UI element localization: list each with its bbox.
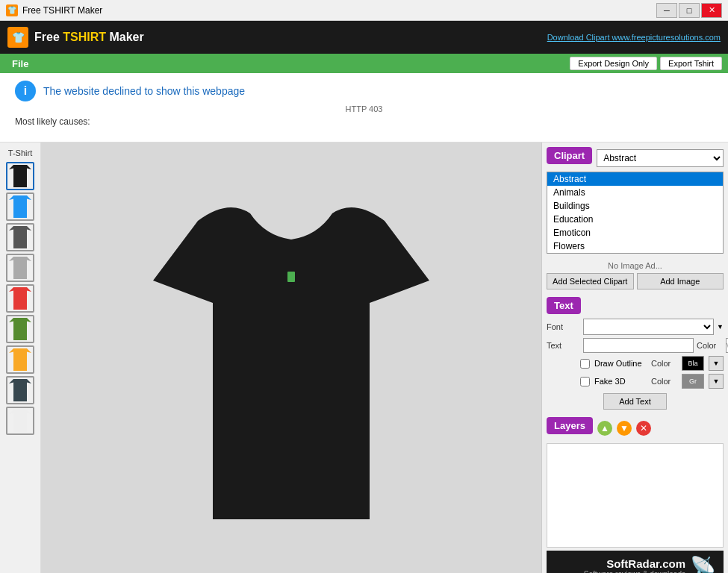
error-causes: Most likely causes: [15,116,713,127]
fake3d-color-label: Color [651,377,677,386]
logo-tshirt: TSHIRT [63,31,106,43]
titlebar-left: 👕 Free TSHIRT Maker [6,4,102,16]
draw-outline-checkbox[interactable] [580,359,590,369]
layers-header: Layers ▲ ▼ ✕ [547,417,724,439]
logo-free: Free [34,31,63,43]
list-item[interactable]: Education [547,213,723,226]
list-item[interactable]: Buildings [547,199,723,213]
list-item[interactable]: Heart [547,253,723,254]
no-image-text: No Image Ad... [547,258,724,273]
tshirt-label: T-Shirt [4,148,36,157]
file-menu[interactable]: File [6,57,34,71]
satellite-icon: 📡 [690,555,716,573]
font-dropdown-arrow: ▼ [717,323,724,331]
outline-color-display: Bla [688,360,697,367]
tshirt-svg [153,176,429,542]
text-label: Text [547,341,580,350]
text-row: Text Color Wh ▼ [547,338,724,353]
clipart-buttons: Add Selected Clipart Add Image [547,273,724,289]
export-design-button[interactable]: Export Design Only [570,57,657,70]
text-header: Text [547,297,581,314]
http-code: HTTP 403 [15,104,713,113]
draw-outline-row: Draw Outline Color Bla ▼ [547,356,724,371]
fake3d-color-swatch[interactable]: Gr [682,374,704,389]
tshirt-color-black[interactable] [6,162,34,190]
list-item[interactable]: Abstract [547,172,723,186]
watermark-sub: Software reviews & downloads [584,570,685,574]
font-row: Font ▼ [547,319,724,335]
tshirt-color-blue[interactable] [6,192,34,221]
list-item[interactable]: Flowers [547,239,723,253]
font-label: Font [547,322,580,331]
logo-icon: 👕 [7,27,28,48]
tshirt-color-yellow[interactable] [6,345,34,374]
fake3d-checkbox[interactable] [580,377,590,386]
right-panel: Clipart AbstractAnimalsBuildingsEducatio… [541,143,728,573]
svg-rect-0 [287,272,295,282]
tshirt-color-list [4,162,36,435]
add-image-button[interactable]: Add Image [637,273,724,289]
outline-color-dropdown[interactable]: ▼ [709,356,724,371]
font-select[interactable] [583,319,714,335]
app-icon: 👕 [6,4,18,16]
menubar-buttons: Export Design Only Export Tshirt [570,57,722,70]
layer-up-button[interactable]: ▲ [597,421,612,436]
draw-outline-label: Draw Outline [594,359,647,368]
canvas-area[interactable] [41,143,541,573]
add-clipart-button[interactable]: Add Selected Clipart [547,273,634,289]
titlebar-controls: ─ □ ✕ [656,3,722,18]
watermark: SoftRadar.com Software reviews & downloa… [547,551,724,573]
fake3d-row: Fake 3D Color Gr ▼ [547,374,724,389]
close-button[interactable]: ✕ [701,3,722,18]
download-clipart-link[interactable]: Download Clipart www.freepicturesolution… [547,33,721,42]
tshirt-sidebar: T-Shirt [0,143,41,573]
logo-maker: Maker [106,31,144,43]
tshirt-color-red[interactable] [6,284,34,313]
web-error-header: i The website declined to show this webp… [15,81,713,101]
restore-button[interactable]: □ [679,3,700,18]
main-content: T-Shirt Clipart AbstractAnimalsBuildings… [0,143,728,573]
tshirt-color-gray-light[interactable] [6,254,34,282]
titlebar-title: Free TSHIRT Maker [22,5,102,16]
layers-header-label: Layers [547,417,593,434]
outline-color-label: Color [651,359,677,368]
minimize-button[interactable]: ─ [656,3,677,18]
list-item[interactable]: Emoticon [547,226,723,239]
fake3d-label: Fake 3D [594,377,647,386]
tshirt-color-gray-dark[interactable] [6,223,34,251]
text-input[interactable] [583,338,694,353]
add-text-button[interactable]: Add Text [603,393,667,410]
titlebar: 👕 Free TSHIRT Maker ─ □ ✕ [0,0,728,21]
clipart-list[interactable]: AbstractAnimalsBuildingsEducationEmotico… [547,172,724,254]
info-icon: i [15,81,36,101]
error-title: The website declined to show this webpag… [43,85,245,97]
tshirt-color-green[interactable] [6,315,34,343]
canvas-inner [49,150,534,568]
app-logo: 👕 Free TSHIRT Maker [7,27,144,48]
color-label-text: Color [697,341,723,350]
clipart-section: Clipart AbstractAnimalsBuildingsEducatio… [547,147,724,289]
web-error-area: i The website declined to show this webp… [0,73,728,143]
logo-text: Free TSHIRT Maker [34,31,144,44]
text-section: Text Font ▼ Text Color Wh ▼ [547,297,724,410]
tshirt-color-navy[interactable] [6,376,34,404]
outline-color-swatch[interactable]: Bla [682,356,704,371]
fake3d-color-display: Gr [689,378,697,385]
app-header: 👕 Free TSHIRT Maker Download Clipart www… [0,21,728,54]
menubar: File Export Design Only Export Tshirt [0,54,728,73]
layers-section: Layers ▲ ▼ ✕ [547,417,724,548]
tshirt-color-white[interactable] [6,407,34,435]
export-tshirt-button[interactable]: Export Tshirt [660,57,722,70]
layer-delete-button[interactable]: ✕ [636,421,651,436]
layer-down-button[interactable]: ▼ [617,421,632,436]
fake3d-color-dropdown[interactable]: ▼ [709,374,724,389]
list-item[interactable]: Animals [547,186,723,199]
clipart-category-dropdown[interactable]: AbstractAnimalsBuildingsEducationEmotico… [597,149,724,167]
layers-canvas [547,443,724,548]
clipart-header: Clipart [547,147,592,164]
watermark-main: SoftRadar.com [584,557,685,570]
